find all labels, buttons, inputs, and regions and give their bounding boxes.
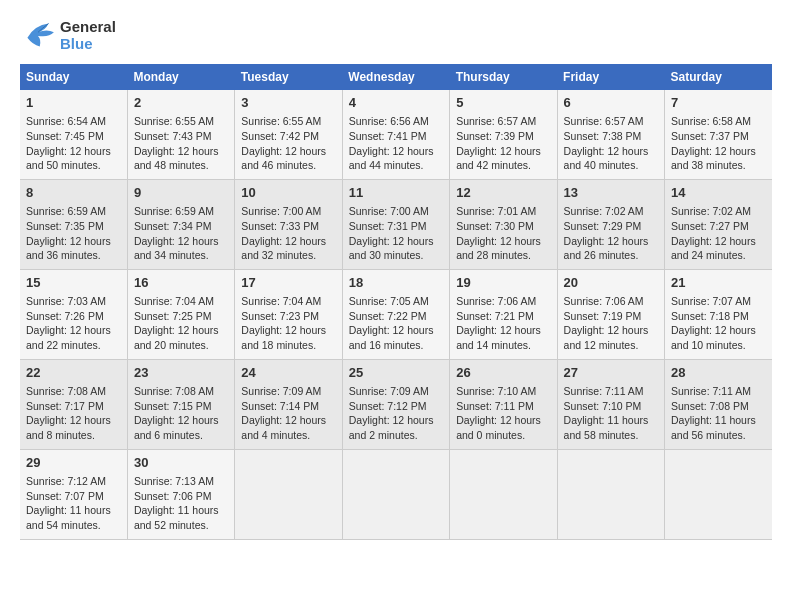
sunrise: Sunrise: 6:59 AM <box>26 205 106 217</box>
day-number: 30 <box>134 454 228 472</box>
sunset: Sunset: 7:34 PM <box>134 220 212 232</box>
sunrise: Sunrise: 7:06 AM <box>564 295 644 307</box>
sunset: Sunset: 7:06 PM <box>134 490 212 502</box>
calendar-cell: 20 Sunrise: 7:06 AM Sunset: 7:19 PM Dayl… <box>557 269 664 359</box>
day-number: 7 <box>671 94 766 112</box>
sunset: Sunset: 7:14 PM <box>241 400 319 412</box>
daylight-label: Daylight: 12 hours and 16 minutes. <box>349 324 434 351</box>
calendar-week-row: 29 Sunrise: 7:12 AM Sunset: 7:07 PM Dayl… <box>20 449 772 539</box>
sunrise: Sunrise: 7:11 AM <box>564 385 644 397</box>
day-number: 3 <box>241 94 335 112</box>
weekday-header-row: Sunday Monday Tuesday Wednesday Thursday… <box>20 64 772 90</box>
day-number: 14 <box>671 184 766 202</box>
sunset: Sunset: 7:19 PM <box>564 310 642 322</box>
calendar-cell: 14 Sunrise: 7:02 AM Sunset: 7:27 PM Dayl… <box>665 179 772 269</box>
sunrise: Sunrise: 7:04 AM <box>241 295 321 307</box>
sunset: Sunset: 7:21 PM <box>456 310 534 322</box>
sunrise: Sunrise: 7:08 AM <box>26 385 106 397</box>
sunrise: Sunrise: 7:09 AM <box>349 385 429 397</box>
day-number: 16 <box>134 274 228 292</box>
daylight-label: Daylight: 12 hours and 28 minutes. <box>456 235 541 262</box>
sunset: Sunset: 7:45 PM <box>26 130 104 142</box>
sunrise: Sunrise: 7:06 AM <box>456 295 536 307</box>
calendar-table: Sunday Monday Tuesday Wednesday Thursday… <box>20 64 772 540</box>
day-number: 25 <box>349 364 443 382</box>
day-number: 6 <box>564 94 658 112</box>
day-number: 13 <box>564 184 658 202</box>
sunrise: Sunrise: 7:04 AM <box>134 295 214 307</box>
sunrise: Sunrise: 7:03 AM <box>26 295 106 307</box>
sunset: Sunset: 7:35 PM <box>26 220 104 232</box>
sunset: Sunset: 7:11 PM <box>456 400 534 412</box>
logo-text: General Blue <box>60 18 116 52</box>
sunset: Sunset: 7:30 PM <box>456 220 534 232</box>
daylight-label: Daylight: 12 hours and 22 minutes. <box>26 324 111 351</box>
day-number: 24 <box>241 364 335 382</box>
sunrise: Sunrise: 7:02 AM <box>564 205 644 217</box>
sunset: Sunset: 7:42 PM <box>241 130 319 142</box>
sunrise: Sunrise: 7:01 AM <box>456 205 536 217</box>
calendar-cell: 2 Sunrise: 6:55 AM Sunset: 7:43 PM Dayli… <box>127 90 234 179</box>
sunrise: Sunrise: 7:00 AM <box>241 205 321 217</box>
day-number: 28 <box>671 364 766 382</box>
day-number: 17 <box>241 274 335 292</box>
calendar-week-row: 15 Sunrise: 7:03 AM Sunset: 7:26 PM Dayl… <box>20 269 772 359</box>
calendar-cell: 17 Sunrise: 7:04 AM Sunset: 7:23 PM Dayl… <box>235 269 342 359</box>
calendar-cell: 4 Sunrise: 6:56 AM Sunset: 7:41 PM Dayli… <box>342 90 449 179</box>
day-number: 5 <box>456 94 550 112</box>
daylight-label: Daylight: 12 hours and 2 minutes. <box>349 414 434 441</box>
day-number: 1 <box>26 94 121 112</box>
header-thursday: Thursday <box>450 64 557 90</box>
day-number: 10 <box>241 184 335 202</box>
calendar-cell: 11 Sunrise: 7:00 AM Sunset: 7:31 PM Dayl… <box>342 179 449 269</box>
sunset: Sunset: 7:43 PM <box>134 130 212 142</box>
day-number: 2 <box>134 94 228 112</box>
calendar-cell: 23 Sunrise: 7:08 AM Sunset: 7:15 PM Dayl… <box>127 359 234 449</box>
calendar-cell: 12 Sunrise: 7:01 AM Sunset: 7:30 PM Dayl… <box>450 179 557 269</box>
sunrise: Sunrise: 6:57 AM <box>564 115 644 127</box>
sunset: Sunset: 7:25 PM <box>134 310 212 322</box>
daylight-label: Daylight: 12 hours and 32 minutes. <box>241 235 326 262</box>
calendar-cell <box>235 449 342 539</box>
sunset: Sunset: 7:29 PM <box>564 220 642 232</box>
daylight-label: Daylight: 12 hours and 4 minutes. <box>241 414 326 441</box>
daylight-label: Daylight: 11 hours and 56 minutes. <box>671 414 756 441</box>
sunset: Sunset: 7:08 PM <box>671 400 749 412</box>
day-number: 27 <box>564 364 658 382</box>
header-tuesday: Tuesday <box>235 64 342 90</box>
sunrise: Sunrise: 7:05 AM <box>349 295 429 307</box>
header-friday: Friday <box>557 64 664 90</box>
day-number: 23 <box>134 364 228 382</box>
sunrise: Sunrise: 7:08 AM <box>134 385 214 397</box>
calendar-cell: 21 Sunrise: 7:07 AM Sunset: 7:18 PM Dayl… <box>665 269 772 359</box>
calendar-cell: 9 Sunrise: 6:59 AM Sunset: 7:34 PM Dayli… <box>127 179 234 269</box>
calendar-cell <box>557 449 664 539</box>
logo: General Blue <box>20 18 116 52</box>
sunrise: Sunrise: 6:58 AM <box>671 115 751 127</box>
day-number: 9 <box>134 184 228 202</box>
daylight-label: Daylight: 12 hours and 8 minutes. <box>26 414 111 441</box>
calendar-cell: 3 Sunrise: 6:55 AM Sunset: 7:42 PM Dayli… <box>235 90 342 179</box>
calendar-cell <box>342 449 449 539</box>
sunset: Sunset: 7:41 PM <box>349 130 427 142</box>
daylight-label: Daylight: 12 hours and 42 minutes. <box>456 145 541 172</box>
sunset: Sunset: 7:31 PM <box>349 220 427 232</box>
daylight-label: Daylight: 12 hours and 6 minutes. <box>134 414 219 441</box>
calendar-cell: 15 Sunrise: 7:03 AM Sunset: 7:26 PM Dayl… <box>20 269 127 359</box>
daylight-label: Daylight: 12 hours and 18 minutes. <box>241 324 326 351</box>
day-number: 29 <box>26 454 121 472</box>
header-sunday: Sunday <box>20 64 127 90</box>
daylight-label: Daylight: 12 hours and 24 minutes. <box>671 235 756 262</box>
sunset: Sunset: 7:33 PM <box>241 220 319 232</box>
calendar-cell: 25 Sunrise: 7:09 AM Sunset: 7:12 PM Dayl… <box>342 359 449 449</box>
daylight-label: Daylight: 11 hours and 52 minutes. <box>134 504 219 531</box>
sunrise: Sunrise: 7:07 AM <box>671 295 751 307</box>
day-number: 12 <box>456 184 550 202</box>
daylight-label: Daylight: 12 hours and 30 minutes. <box>349 235 434 262</box>
daylight-label: Daylight: 12 hours and 46 minutes. <box>241 145 326 172</box>
header-monday: Monday <box>127 64 234 90</box>
calendar-cell: 27 Sunrise: 7:11 AM Sunset: 7:10 PM Dayl… <box>557 359 664 449</box>
daylight-label: Daylight: 12 hours and 40 minutes. <box>564 145 649 172</box>
daylight-label: Daylight: 12 hours and 0 minutes. <box>456 414 541 441</box>
sunset: Sunset: 7:18 PM <box>671 310 749 322</box>
